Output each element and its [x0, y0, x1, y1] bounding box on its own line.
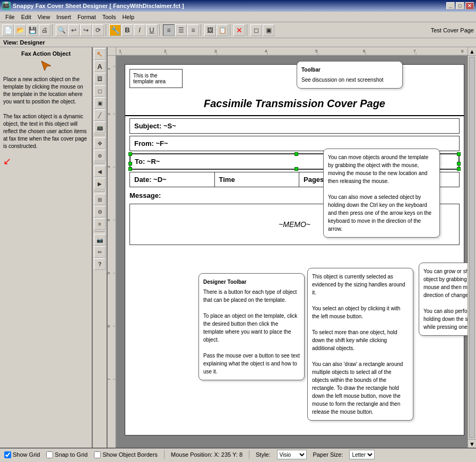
- test-cover-button[interactable]: Test Cover Page: [431, 27, 474, 33]
- save-button[interactable]: 💾: [27, 24, 38, 36]
- toolbar-sep-1: [52, 24, 54, 36]
- vtb-prev[interactable]: ◀: [94, 165, 106, 177]
- snap-to-grid-label: Snap to Grid: [55, 451, 88, 458]
- svg-text:4: 4: [108, 219, 111, 221]
- align-center-button[interactable]: ☰: [175, 24, 187, 36]
- ruler-vertical: 1 2 3 4 5 6 7: [108, 56, 116, 448]
- vtb-zoom[interactable]: ⊕: [94, 150, 106, 161]
- callout-toolbar-text: See discussion on next screenshot: [301, 76, 398, 84]
- close-button[interactable]: ✕: [465, 2, 474, 10]
- toolbar-sep-3: [159, 24, 161, 36]
- obj-btn[interactable]: 🔧: [109, 24, 121, 36]
- status-bar: Show Grid Snap to Grid Show Object Borde…: [0, 448, 476, 460]
- scrollbar-vertical[interactable]: ▲ ▼: [468, 47, 476, 448]
- vtb-text[interactable]: A: [94, 60, 106, 72]
- minimize-button[interactable]: _: [446, 2, 455, 10]
- scroll-up-button[interactable]: ▲: [468, 47, 476, 56]
- insert-img-button[interactable]: 🖼: [204, 24, 216, 36]
- canvas-content: 1 2 3 4 5 6 7: [108, 56, 468, 448]
- vtb-pencil[interactable]: ✏: [94, 246, 106, 258]
- print-button[interactable]: 🖨: [39, 24, 50, 36]
- toolbar-sep-4: [201, 24, 203, 36]
- snap-to-grid-checkbox[interactable]: Snap to Grid: [46, 451, 88, 458]
- scroll-thumb[interactable]: [469, 57, 475, 438]
- svg-text:5: 5: [108, 272, 111, 274]
- vtb-fax[interactable]: 📠: [94, 121, 106, 133]
- callout-move: You can move objects around the template…: [323, 149, 440, 238]
- undo-button[interactable]: ↩: [68, 24, 80, 36]
- menu-view[interactable]: View: [34, 13, 54, 21]
- svg-text:6: 6: [363, 49, 366, 54]
- callout-toolbar: Toolbar See discussion on next screensho…: [297, 61, 403, 89]
- vtb-camera[interactable]: 📷: [94, 234, 106, 246]
- handle-bl: [128, 167, 132, 171]
- show-grid-input[interactable]: [4, 451, 11, 458]
- new-button[interactable]: 📄: [2, 24, 14, 36]
- list-button[interactable]: 📋: [217, 24, 228, 36]
- svg-text:3: 3: [214, 49, 217, 54]
- delete-button[interactable]: ✕: [233, 24, 245, 36]
- align-left-button[interactable]: ≡: [163, 24, 175, 36]
- svg-text:5: 5: [315, 49, 318, 54]
- open-button[interactable]: 📂: [14, 24, 26, 36]
- ruler-h-svg: 1 2 3 4 5 6 7 8: [116, 47, 468, 56]
- vtb-properties[interactable]: ⚙: [94, 206, 106, 217]
- menu-tools[interactable]: Tools: [99, 13, 119, 21]
- maximize-button[interactable]: □: [456, 2, 464, 10]
- snap-to-grid-input[interactable]: [46, 451, 53, 458]
- status-sep-2: [249, 450, 249, 459]
- vtb-sep-1: [94, 135, 105, 136]
- show-grid-checkbox[interactable]: Show Grid: [4, 451, 40, 458]
- svg-text:2: 2: [164, 49, 167, 54]
- extra-btn1[interactable]: ◻: [250, 24, 262, 36]
- menu-file[interactable]: File: [2, 13, 18, 21]
- align-right-button[interactable]: ≡: [187, 24, 199, 36]
- bold-button[interactable]: B: [122, 24, 133, 36]
- menu-bar: File Edit View Insert Format Tools Help: [0, 12, 476, 22]
- ruler-v-svg: 1 2 3 4 5 6 7: [108, 56, 116, 448]
- toolbar-sep-5: [230, 24, 232, 36]
- handle-tl: [128, 152, 132, 156]
- paper-size-label: Paper Size:: [313, 451, 343, 458]
- vtb-list[interactable]: ≡: [94, 218, 106, 230]
- zoom-in-button[interactable]: 🔍: [56, 24, 67, 36]
- callout-toolbar-title: Toolbar: [301, 66, 398, 74]
- italic-button[interactable]: I: [134, 24, 145, 36]
- vtb-sep-4: [94, 231, 105, 232]
- callout-move-text: You can move objects around the template…: [328, 153, 435, 233]
- vtb-select[interactable]: ↖: [94, 48, 106, 60]
- callout-designer-text: There is a button for each type of objec…: [203, 288, 300, 376]
- extra-btn2[interactable]: ▣: [263, 24, 274, 36]
- vtb-line[interactable]: ╱: [94, 109, 106, 121]
- ruler-area: 1 2 3 4 5 6 7 8: [108, 47, 468, 56]
- paper-size-select[interactable]: Letter A4 Legal: [349, 450, 375, 459]
- vtb-grid[interactable]: ⊞: [94, 194, 106, 205]
- handle-ml: [128, 162, 132, 165]
- vtb-move[interactable]: ✥: [94, 137, 106, 149]
- vtb-help[interactable]: ?: [94, 258, 106, 270]
- scroll-down-button[interactable]: ▼: [468, 439, 476, 448]
- underline-button[interactable]: U: [146, 24, 158, 36]
- vtb-image[interactable]: 🖼: [94, 73, 106, 84]
- vtb-rect[interactable]: ◻: [94, 85, 106, 97]
- canvas-area[interactable]: 1 2 3 4 5 6 7 8: [108, 47, 468, 448]
- handle-tr: [457, 152, 461, 156]
- svg-text:1: 1: [108, 67, 111, 70]
- menu-insert[interactable]: Insert: [53, 13, 74, 21]
- svg-text:1: 1: [119, 49, 122, 54]
- show-borders-input[interactable]: [94, 451, 101, 458]
- vtb-next[interactable]: ▶: [94, 178, 106, 189]
- menu-edit[interactable]: Edit: [18, 13, 34, 21]
- vtb-shape[interactable]: ▣: [94, 97, 106, 109]
- ruler-corner: [108, 47, 116, 56]
- menu-format[interactable]: Format: [74, 13, 99, 21]
- menu-help[interactable]: Help: [119, 13, 137, 21]
- callout-designer-toolbar: Designer Toolbar There is a button for e…: [198, 273, 305, 380]
- style-select[interactable]: Visio Classic Modern: [277, 450, 307, 459]
- vtb-sep-3: [94, 191, 105, 192]
- svg-text:6: 6: [108, 325, 111, 327]
- svg-text:7: 7: [108, 378, 111, 380]
- redo2-button[interactable]: ⟳: [92, 24, 104, 36]
- redo-button[interactable]: ↪: [80, 24, 92, 36]
- show-borders-checkbox[interactable]: Show Object Borders: [94, 451, 158, 458]
